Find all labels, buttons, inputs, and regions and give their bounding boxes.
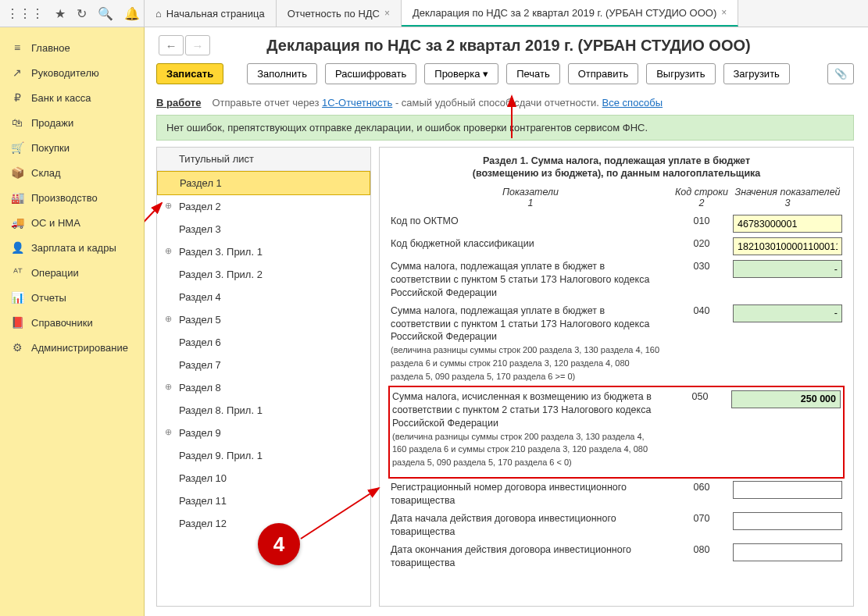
import-button[interactable]: Загрузить: [723, 63, 790, 84]
value-input[interactable]: [733, 260, 842, 278]
sidebar-item[interactable]: ≡Главное: [0, 35, 144, 60]
chevron-down-icon: ▾: [483, 68, 488, 80]
sidebar-item[interactable]: 🚚ОС и НМА: [0, 210, 144, 235]
sidebar-item[interactable]: 📕Справочники: [0, 310, 144, 335]
form: Раздел 1. Сумма налога, подлежащая уплат…: [379, 147, 854, 607]
value-input[interactable]: [733, 512, 842, 530]
sidebar-item[interactable]: 📦Склад: [0, 160, 144, 185]
toc-label: Раздел 11: [179, 495, 227, 507]
star-icon[interactable]: ★: [55, 6, 66, 21]
sidebar-item[interactable]: 🛍Продажи: [0, 110, 144, 135]
value-input[interactable]: [733, 215, 842, 233]
value-input[interactable]: [733, 543, 842, 561]
toc-label: Раздел 7: [179, 359, 221, 371]
back-button[interactable]: ←: [159, 35, 184, 55]
row-code: 020: [670, 237, 733, 249]
sidebar-icon: 📊: [11, 291, 23, 304]
toc-item[interactable]: Раздел 6: [157, 331, 370, 354]
sidebar-item[interactable]: 👤Зарплата и кадры: [0, 235, 144, 260]
forward-button[interactable]: →: [185, 35, 210, 55]
toc-label: Раздел 8: [179, 382, 221, 393]
toc-item[interactable]: ⊕Раздел 5: [157, 308, 370, 331]
toc-label: Титульный лист: [179, 153, 254, 165]
toc-item[interactable]: ⊕Раздел 2: [157, 195, 370, 218]
status-text: Отправьте отчет через 1С-Отчетность - са…: [212, 97, 663, 109]
link-1c[interactable]: 1С-Отчетность: [322, 97, 392, 109]
toc-item[interactable]: Раздел 10: [157, 467, 370, 490]
export-button[interactable]: Выгрузить: [646, 63, 715, 84]
sidebar-item[interactable]: ᴬᵀОперации: [0, 260, 144, 285]
send-button[interactable]: Отправить: [568, 63, 638, 84]
bell-icon[interactable]: 🔔: [124, 6, 140, 21]
value-input[interactable]: [733, 237, 842, 255]
form-row: Код бюджетной классификации020: [391, 237, 842, 255]
toc-item[interactable]: Раздел 7: [157, 354, 370, 376]
expand-icon[interactable]: ⊕: [165, 201, 172, 211]
sidebar-item[interactable]: ⚙Администрирование: [0, 335, 144, 360]
sidebar-item[interactable]: 🛒Покупки: [0, 135, 144, 160]
home-icon: ⌂: [155, 8, 162, 20]
section-title: Раздел 1. Сумма налога, подлежащая уплат…: [391, 155, 842, 166]
toc-item[interactable]: Раздел 11: [157, 490, 370, 512]
row-label: Дата начала действия договора инвестицио…: [391, 512, 670, 539]
history-icon[interactable]: ↻: [77, 6, 87, 21]
row-label: Регистрационный номер договора инвестици…: [391, 481, 670, 507]
apps-icon[interactable]: ⋮⋮⋮: [6, 6, 44, 21]
sidebar-label: Склад: [31, 167, 61, 179]
tab[interactable]: Декларация по НДС за 2 квартал 2019 г. (…: [402, 0, 738, 27]
sidebar-item[interactable]: 📊Отчеты: [0, 285, 144, 310]
sidebar-icon: ≡: [11, 41, 23, 54]
fill-button[interactable]: Заполнить: [247, 63, 317, 84]
check-button[interactable]: Проверка ▾: [424, 63, 498, 84]
toc-item[interactable]: Раздел 9. Прил. 1: [157, 444, 370, 467]
expand-icon[interactable]: ⊕: [165, 246, 172, 256]
sidebar-item[interactable]: ₽Банк и касса: [0, 85, 144, 110]
toc-item[interactable]: ⊕Раздел 9: [157, 422, 370, 444]
sidebar-item[interactable]: 🏭Производство: [0, 185, 144, 210]
row-label: Код по ОКТМО: [391, 215, 670, 228]
row-label: Сумма налога, подлежащая уплате в бюджет…: [391, 304, 670, 383]
save-button[interactable]: Записать: [156, 63, 223, 84]
row-label: Дата окончания действия договора инвести…: [391, 543, 670, 570]
page-title: Декларация по НДС за 2 квартал 2019 г. (…: [226, 37, 854, 55]
sidebar-item[interactable]: ↗Руководителю: [0, 60, 144, 85]
tab[interactable]: ⌂Начальная страница: [145, 0, 277, 27]
close-icon[interactable]: ×: [721, 7, 727, 18]
sidebar-icon: 🛒: [11, 141, 23, 154]
toc-item[interactable]: Раздел 3. Прил. 2: [157, 263, 370, 286]
link-all[interactable]: Все способы: [602, 97, 663, 109]
status-link[interactable]: В работе: [156, 97, 201, 109]
toc-item[interactable]: Раздел 8. Прил. 1: [157, 399, 370, 422]
sidebar-icon: ᴬᵀ: [11, 266, 23, 279]
header-row: ← → Декларация по НДС за 2 квартал 2019 …: [145, 27, 868, 60]
toc-item[interactable]: Раздел 1: [157, 171, 370, 195]
toc-item[interactable]: Раздел 4: [157, 286, 370, 308]
value-input[interactable]: [731, 390, 841, 408]
button-row: Записать Заполнить Расшифровать Проверка…: [145, 60, 868, 92]
toc-item[interactable]: ⊕Раздел 8: [157, 376, 370, 399]
toc-label: Раздел 10: [179, 472, 227, 484]
toc-item[interactable]: Раздел 3: [157, 218, 370, 240]
value-input[interactable]: [733, 304, 842, 322]
search-icon[interactable]: 🔍: [98, 6, 113, 21]
expand-icon[interactable]: ⊕: [165, 314, 172, 324]
sidebar: ≡Главное↗Руководителю₽Банк и касса🛍Прода…: [0, 27, 145, 616]
toc-label: Раздел 3: [179, 223, 221, 235]
form-row: Дата окончания действия договора инвести…: [391, 543, 842, 570]
row-label: Сумма налога, исчисленная к возмещению и…: [392, 390, 669, 469]
value-input[interactable]: [733, 481, 842, 499]
toc-item[interactable]: ⊕Раздел 3. Прил. 1: [157, 240, 370, 263]
expand-icon[interactable]: ⊕: [165, 382, 172, 392]
row-code: 080: [670, 543, 733, 555]
print-button[interactable]: Печать: [506, 63, 560, 84]
sidebar-icon: ↗: [11, 66, 23, 79]
decode-button[interactable]: Расшифровать: [325, 63, 416, 84]
close-icon[interactable]: ×: [384, 8, 390, 19]
status-row: В работе Отправьте отчет через 1С-Отчетн…: [145, 92, 868, 115]
toc-item[interactable]: Титульный лист: [157, 148, 370, 171]
sidebar-icon: 🚚: [11, 216, 23, 229]
form-row: Сумма налога, подлежащая уплате в бюджет…: [391, 304, 842, 383]
attach-button[interactable]: 📎: [827, 63, 854, 84]
expand-icon[interactable]: ⊕: [165, 427, 172, 437]
tab[interactable]: Отчетность по НДС×: [277, 0, 402, 27]
